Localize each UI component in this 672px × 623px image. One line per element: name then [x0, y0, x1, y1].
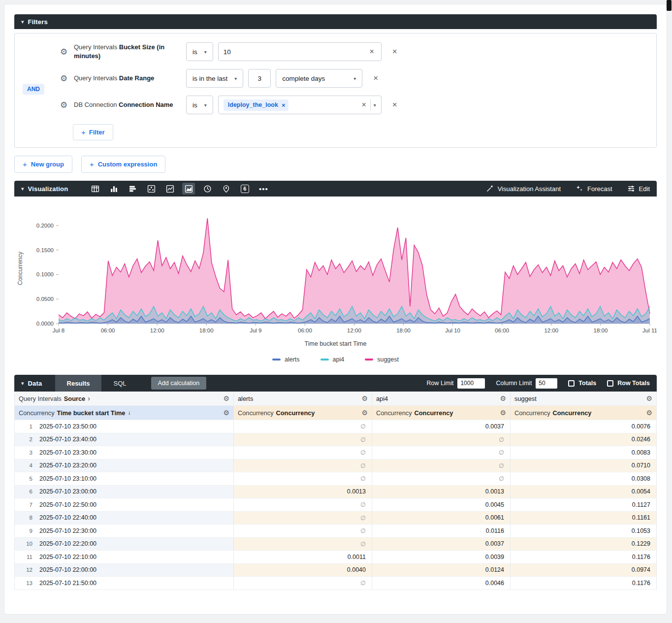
measure-cell[interactable]: 0.0040	[234, 564, 372, 577]
remove-filter-icon[interactable]: ×	[392, 100, 397, 110]
table-row[interactable]: 112025-07-10 22:10:000.00110.00390.1176	[15, 551, 656, 564]
filter-number-input[interactable]: 3	[248, 69, 271, 88]
clear-value-icon[interactable]: ×	[359, 100, 368, 109]
measure-cell[interactable]: 0.0116	[372, 525, 511, 537]
measure-cell[interactable]: 0.1176	[511, 551, 656, 563]
measure-cell[interactable]: ∅	[234, 420, 372, 433]
clock-chart-icon[interactable]	[201, 183, 214, 195]
measure-cell[interactable]: 0.0045	[372, 498, 511, 511]
clear-value-icon[interactable]: ×	[367, 47, 376, 56]
table-row[interactable]: 42025-07-10 23:20:00∅∅0.0710	[15, 459, 656, 473]
measure-cell[interactable]: 0.0710	[511, 459, 656, 472]
collapse-caret-icon[interactable]: ▾	[21, 19, 24, 25]
column-chart-icon[interactable]	[107, 183, 120, 195]
tab-sql[interactable]: SQL	[101, 375, 138, 392]
bar-chart-icon[interactable]	[126, 183, 139, 195]
map-pin-icon[interactable]	[220, 183, 232, 195]
column-gear-icon[interactable]: ⚙	[219, 394, 229, 402]
column-header[interactable]: ConcurrencyConcurrency⚙	[234, 406, 372, 420]
table-row[interactable]: 12025-07-10 23:50:00∅0.00370.0076	[15, 420, 656, 433]
table-row[interactable]: 32025-07-10 23:30:00∅∅0.0083	[15, 446, 656, 459]
measure-cell[interactable]: ∅	[372, 472, 511, 485]
column-limit-input[interactable]	[536, 378, 557, 389]
measure-cell[interactable]: ∅	[234, 446, 372, 459]
concurrency-area-chart[interactable]: Concurrency0.00000.05000.10000.15000.200…	[14, 206, 657, 338]
chevron-down-icon[interactable]: ▾	[374, 102, 376, 108]
column-gear-icon[interactable]: ⚙	[642, 409, 652, 417]
measure-cell[interactable]: 0.0046	[372, 577, 511, 590]
legend-item-api4[interactable]: api4	[320, 356, 345, 363]
measure-cell[interactable]: 0.1176	[511, 577, 656, 590]
remove-chip-icon[interactable]: ×	[282, 101, 286, 109]
measure-cell[interactable]: ∅	[234, 498, 372, 511]
measure-cell[interactable]: 0.0308	[511, 472, 656, 485]
measure-cell[interactable]: 0.0054	[511, 486, 656, 498]
measure-cell[interactable]: 0.1053	[511, 525, 656, 537]
measure-cell[interactable]: 0.0039	[372, 551, 511, 563]
measure-cell[interactable]: 0.0013	[372, 486, 511, 498]
filter-value-input[interactable]: ldeploy_the_look × × ▾	[218, 96, 382, 114]
measure-cell[interactable]: 0.0037	[372, 420, 511, 433]
measure-cell[interactable]: 0.1229	[511, 538, 656, 551]
column-gear-icon[interactable]: ⚙	[219, 409, 229, 417]
forecast-button[interactable]: Forecast	[576, 185, 612, 193]
legend-item-suggest[interactable]: suggest	[365, 356, 399, 363]
measure-cell[interactable]: 0.0124	[372, 564, 511, 577]
more-chart-types-icon[interactable]: •••	[257, 183, 270, 195]
dimension-cell[interactable]: 52025-07-10 23:10:00	[15, 472, 234, 485]
dimension-cell[interactable]: 102025-07-10 22:20:00	[15, 538, 234, 551]
totals-checkbox[interactable]	[568, 380, 575, 387]
visualization-assistant-button[interactable]: Visualization Assistant	[486, 185, 561, 193]
dimension-cell[interactable]: 22025-07-10 23:40:00	[15, 433, 234, 446]
measure-cell[interactable]: ∅	[234, 525, 372, 537]
add-calculation-button[interactable]: Add calculation	[151, 377, 207, 390]
measure-cell[interactable]: ∅	[234, 577, 372, 590]
collapse-caret-icon[interactable]: ▾	[21, 380, 24, 387]
measure-cell[interactable]: 0.0974	[511, 564, 656, 577]
column-gear-icon[interactable]: ⚙	[357, 394, 368, 402]
dimension-cell[interactable]: 122025-07-10 22:00:00	[15, 564, 234, 577]
table-row[interactable]: 52025-07-10 23:10:00∅∅0.0308	[15, 472, 656, 486]
area-chart-icon[interactable]	[182, 183, 195, 195]
table-row[interactable]: 122025-07-10 22:00:000.00400.01240.0974	[15, 564, 656, 577]
filter-operator-select[interactable]: is ▾	[186, 96, 213, 114]
single-value-icon[interactable]: 6	[238, 183, 251, 195]
row-totals-checkbox[interactable]	[607, 380, 613, 387]
table-row[interactable]: 102025-07-10 22:20:00∅0.00370.1229	[15, 538, 656, 551]
filter-operator-select[interactable]: is ▾	[186, 42, 213, 61]
group-header-source[interactable]: Query IntervalsSource›⚙	[15, 392, 234, 405]
filters-header-bar[interactable]: ▾ Filters	[14, 14, 657, 29]
table-row[interactable]: 72025-07-10 22:50:00∅0.00450.1127	[15, 498, 656, 512]
measure-cell[interactable]: 0.0013	[234, 486, 372, 498]
measure-cell[interactable]: 0.0076	[511, 420, 656, 433]
sort-desc-icon[interactable]: ↓	[128, 409, 130, 416]
dimension-cell[interactable]: 62025-07-10 23:00:00	[15, 486, 234, 498]
table-row[interactable]: 62025-07-10 23:00:000.00130.00130.0054	[15, 486, 656, 499]
dimension-cell[interactable]: 132025-07-10 21:50:00	[15, 577, 234, 590]
scatter-chart-icon[interactable]	[145, 183, 158, 195]
remove-filter-icon[interactable]: ×	[392, 47, 397, 57]
measure-cell[interactable]: ∅	[234, 538, 372, 551]
tab-results[interactable]: Results	[55, 375, 102, 392]
measure-cell[interactable]: ∅	[234, 459, 372, 472]
collapse-caret-icon[interactable]: ▾	[21, 186, 24, 192]
filter-gear-icon[interactable]: ⚙	[60, 100, 74, 110]
measure-cell[interactable]: 0.1161	[511, 512, 656, 525]
legend-item-alerts[interactable]: alerts	[272, 356, 300, 363]
column-header[interactable]: ConcurrencyTime bucket start Time↓⚙	[15, 406, 234, 420]
column-header[interactable]: ConcurrencyConcurrency⚙	[372, 406, 511, 420]
column-gear-icon[interactable]: ⚙	[642, 394, 652, 402]
measure-cell[interactable]: 0.0083	[511, 446, 656, 459]
table-row[interactable]: 82025-07-10 22:40:00∅0.00610.1161	[15, 512, 656, 525]
measure-cell[interactable]: ∅	[372, 446, 511, 459]
dimension-cell[interactable]: 72025-07-10 22:50:00	[15, 498, 234, 511]
dimension-cell[interactable]: 42025-07-10 23:20:00	[15, 459, 234, 472]
line-chart-icon[interactable]	[163, 183, 176, 195]
measure-cell[interactable]: 0.0061	[372, 512, 511, 525]
new-group-button[interactable]: + New group	[14, 156, 72, 173]
edit-visualization-button[interactable]: Edit	[627, 185, 650, 193]
column-gear-icon[interactable]: ⚙	[496, 409, 506, 417]
measure-cell[interactable]: ∅	[234, 433, 372, 446]
measure-cell[interactable]: 0.1127	[511, 498, 656, 511]
custom-expression-button[interactable]: + Custom expression	[81, 156, 165, 173]
